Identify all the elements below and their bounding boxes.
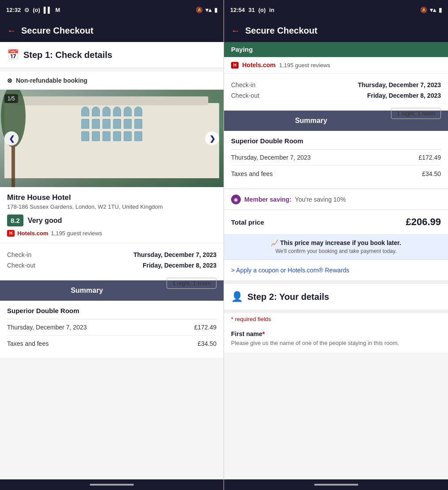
coupon-section: > Apply a coupon or Hotels.com® Rewards (224, 260, 448, 280)
step2-icon: 👤 (231, 291, 243, 302)
right-screen: 12:54 31 (o) in 🔕 ▾▴ ▮ ← Secure Checkout… (224, 0, 448, 490)
step1-icon: 📅 (7, 49, 19, 61)
status-bar-right: 12:54 31 (o) in 🔕 ▾▴ ▮ (224, 0, 448, 19)
price-row-taxes-left: Taxes and fees £34.50 (7, 336, 216, 352)
non-refundable-banner: ⊗ Non-refundable booking (0, 72, 224, 90)
time-left: 12:32 (6, 7, 21, 13)
section-divider (224, 310, 448, 313)
step1-title: Step 1: Check details (23, 50, 112, 60)
checkin-value-right: Thursday, December 7, 2023 (358, 81, 441, 88)
summary-content-left: Superior Double Room Thursday, December … (0, 301, 224, 358)
hotels-com-row: H Hotels.com 1,195 guest reviews (7, 230, 216, 237)
status-icon-wifi: ▾▴ (205, 7, 212, 13)
status-icon-radio-right: (o) (258, 7, 266, 13)
first-name-label: First name* (231, 330, 441, 337)
price-warning-section: 📈 This price may increase if you book la… (224, 234, 448, 260)
price-warning-icon: 📈 (271, 239, 278, 246)
hotel-image-carousel: 1/5 ❮ ❯ (0, 90, 224, 187)
checkin-row: Check-in Thursday, December 7, 2023 (7, 249, 216, 260)
required-star: * (262, 330, 265, 337)
hotels-com-section: H Hotels.com 1,195 guest reviews (224, 57, 448, 73)
member-icon: ◉ (231, 195, 241, 204)
bottom-indicator-right (314, 484, 358, 486)
hotel-name: Mitre House Hotel (7, 193, 216, 202)
member-saving-bold: Member saving: (244, 196, 292, 203)
summary-label-right: Summary (295, 117, 327, 124)
bottom-bar-right (224, 479, 448, 490)
price-warning-title: 📈 This price may increase if you book la… (231, 239, 441, 246)
left-screen: 12:32 ⊙ (o) ▌▌ M 🔕 ▾▴ ▮ ← Secure Checkou… (0, 0, 224, 490)
first-name-section: First name* Please give us the name of o… (224, 325, 448, 352)
checkin-table-left: Check-in Thursday, December 7, 2023 Chec… (0, 243, 224, 280)
price-date-label-right: Thursday, December 7, 2023 (231, 154, 311, 161)
status-icon-signal: ▌▌ (44, 7, 52, 13)
price-row-date-left: Thursday, December 7, 2023 £172.49 (7, 319, 216, 336)
price-date-label-left: Thursday, December 7, 2023 (7, 324, 87, 331)
status-icon-mute-right: 🔕 (420, 7, 427, 13)
rating-badge: 8.2 (7, 214, 23, 226)
building-decoration (4, 103, 219, 178)
checkin-row-right: Check-in Thursday, December 7, 2023 (231, 80, 441, 90)
content-right: Paying H Hotels.com 1,195 guest reviews … (224, 42, 448, 479)
bottom-bar-left (0, 479, 224, 490)
checkout-value: Friday, December 8, 2023 (143, 262, 216, 269)
checkin-label: Check-in (7, 251, 31, 258)
summary-label-left: Summary (71, 287, 103, 294)
checkout-label: Check-out (7, 262, 35, 269)
step1-header: 📅 Step 1: Check details (0, 42, 224, 68)
back-button-left[interactable]: ← (7, 26, 16, 36)
hotel-address: 178-186 Sussex Gardens, London, W2 1TU, … (7, 203, 216, 210)
price-taxes-label-right: Taxes and fees (231, 170, 273, 177)
checkout-row: Check-out Friday, December 8, 2023 (7, 260, 216, 271)
status-bar-left: 12:32 ⊙ (o) ▌▌ M 🔕 ▾▴ ▮ (0, 0, 224, 19)
total-label: Total price (231, 218, 264, 226)
hotels-com-reviews-right: 1,195 guest reviews (279, 62, 330, 69)
partial-green-label: Paying (231, 46, 253, 53)
step2-header: 👤 Step 2: Your details (224, 280, 448, 310)
carousel-next-button[interactable]: ❯ (205, 131, 219, 145)
image-counter: 1/5 (4, 94, 18, 103)
hotels-com-name: Hotels.com (17, 230, 48, 237)
checkin-label-right: Check-in (231, 81, 255, 88)
content-left: 📅 Step 1: Check details ⊗ Non-refundable… (0, 42, 224, 479)
hotel-image (0, 90, 224, 187)
first-name-hint: Please give us the name of one of the pe… (231, 339, 441, 347)
non-refundable-icon: ⊗ (7, 77, 12, 84)
price-date-amount-right: £172.49 (418, 154, 441, 161)
total-amount: £206.99 (406, 216, 441, 228)
bottom-indicator-left (90, 484, 134, 486)
nights-badge-right: 1 night, 1 room (391, 108, 441, 119)
checkout-label-right: Check-out (231, 92, 259, 99)
header-left: ← Secure Checkout (0, 19, 224, 42)
required-note: * required fields (224, 313, 448, 325)
back-button-right[interactable]: ← (231, 26, 240, 36)
status-icon-linkedin: in (269, 7, 274, 13)
hotels-com-logo: H (7, 230, 15, 237)
header-title-right: Secure Checkout (245, 26, 317, 36)
hotels-com-reviews: 1,195 guest reviews (51, 230, 102, 237)
status-icon-battery: ▮ (214, 7, 217, 13)
nights-badge: 1 night, 1 room (167, 278, 216, 289)
member-saving-section: ◉ Member saving: You're saving 10% (224, 188, 448, 210)
checkin-table-right: Check-in Thursday, December 7, 2023 Chec… (224, 73, 448, 111)
status-icon-alarm: ⊙ (24, 7, 29, 13)
room-title-right: Superior Double Room (231, 137, 441, 149)
member-saving-text: You're saving 10% (295, 196, 346, 203)
time-right: 12:54 (230, 7, 245, 13)
carousel-prev-button[interactable]: ❮ (4, 131, 19, 145)
checkout-row-right: Check-out Friday, December 8, 2023 (231, 90, 441, 101)
coupon-link[interactable]: > Apply a coupon or Hotels.com® Rewards (231, 267, 349, 274)
summary-content-right: Superior Double Room Thursday, December … (224, 131, 448, 188)
rating-text: Very good (28, 217, 62, 225)
rating-row: 8.2 Very good (7, 214, 216, 226)
checkin-value: Thursday, December 7, 2023 (133, 251, 216, 258)
price-date-amount-left: £172.49 (194, 324, 216, 331)
total-row: Total price £206.99 (224, 210, 448, 234)
status-icon-radio: (o) (33, 7, 40, 13)
room-title-left: Superior Double Room (7, 307, 216, 319)
price-taxes-amount-left: £34.50 (197, 340, 216, 347)
required-note-text: * required fields (231, 316, 271, 322)
status-icon-battery-right: ▮ (439, 7, 442, 13)
header-title-left: Secure Checkout (21, 26, 93, 36)
hotel-info: Mitre House Hotel 178-186 Sussex Gardens… (0, 187, 224, 243)
